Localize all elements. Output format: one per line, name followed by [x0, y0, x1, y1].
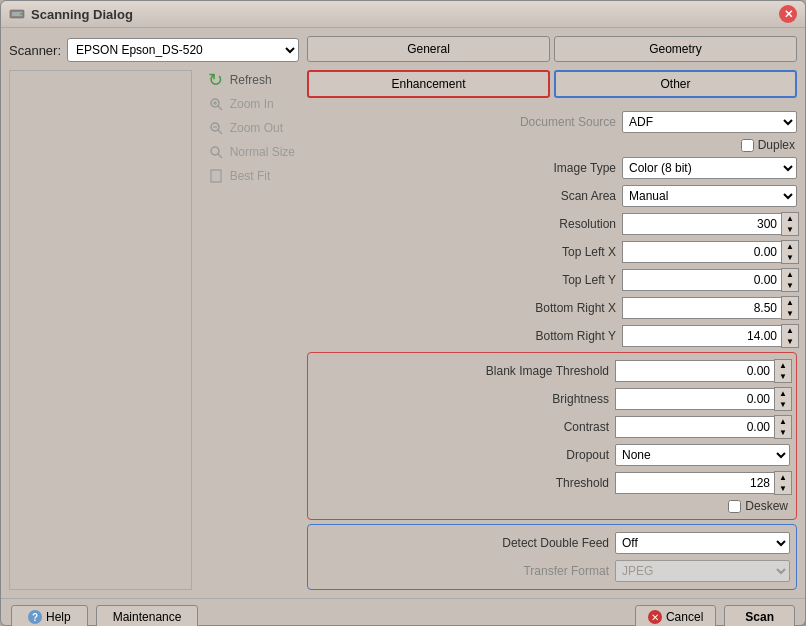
cancel-button[interactable]: ✕ Cancel	[635, 605, 716, 626]
bottom-right-y-up-button[interactable]: ▲	[782, 325, 798, 336]
blank-image-threshold-input[interactable]	[615, 360, 774, 382]
blank-image-threshold-label: Blank Image Threshold	[486, 364, 609, 378]
transfer-format-row: Transfer Format JPEG	[314, 559, 790, 583]
document-source-select[interactable]: ADF	[622, 111, 797, 133]
refresh-button[interactable]: ↻ Refresh	[204, 70, 299, 90]
zoom-in-label: Zoom In	[230, 97, 274, 111]
svg-line-4	[218, 106, 222, 110]
help-icon: ?	[28, 610, 42, 624]
contrast-spinbox: ▲ ▼	[615, 416, 790, 438]
threshold-input[interactable]	[615, 472, 774, 494]
threshold-row: Threshold ▲ ▼	[314, 471, 790, 495]
scan-area-row: Scan Area Manual	[307, 184, 797, 208]
detect-double-feed-label: Detect Double Feed	[489, 536, 609, 550]
top-left-x-down-button[interactable]: ▼	[782, 252, 798, 263]
bottom-right-x-row: Bottom Right X ▲ ▼	[307, 296, 797, 320]
preview-area	[9, 70, 192, 590]
tab-enhancement[interactable]: Enhancement	[307, 70, 550, 98]
tab-geometry[interactable]: Geometry	[554, 36, 797, 62]
bottom-left-buttons: ? Help Maintenance	[11, 605, 198, 626]
scanner-select[interactable]: EPSON Epson_DS-520	[67, 38, 299, 62]
image-type-label: Image Type	[496, 161, 616, 175]
tab-general[interactable]: General	[307, 36, 550, 62]
help-button[interactable]: ? Help	[11, 605, 88, 626]
top-left-x-up-button[interactable]: ▲	[782, 241, 798, 252]
svg-point-2	[20, 13, 22, 15]
top-left-x-input[interactable]	[622, 241, 781, 263]
threshold-up-button[interactable]: ▲	[775, 472, 791, 483]
resolution-input[interactable]	[622, 213, 781, 235]
contrast-input[interactable]	[615, 416, 774, 438]
tab-other[interactable]: Other	[554, 70, 797, 98]
top-left-y-input[interactable]	[622, 269, 781, 291]
titlebar: Scanning Dialog ✕	[1, 1, 805, 28]
refresh-icon: ↻	[208, 72, 224, 88]
top-left-y-spin-buttons: ▲ ▼	[781, 268, 799, 292]
scan-area-label: Scan Area	[496, 189, 616, 203]
svg-point-10	[211, 147, 219, 155]
brightness-spin-buttons: ▲ ▼	[774, 387, 792, 411]
left-panel: Scanner: EPSON Epson_DS-520 ↻ Refresh	[9, 36, 299, 590]
resolution-down-button[interactable]: ▼	[782, 224, 798, 235]
top-left-y-up-button[interactable]: ▲	[782, 269, 798, 280]
top-left-y-down-button[interactable]: ▼	[782, 280, 798, 291]
refresh-label: Refresh	[230, 73, 272, 87]
top-left-x-spinbox: ▲ ▼	[622, 241, 797, 263]
brightness-row: Brightness ▲ ▼	[314, 387, 790, 411]
resolution-up-button[interactable]: ▲	[782, 213, 798, 224]
deskew-row: Deskew	[314, 499, 790, 513]
other-group: Detect Double Feed Off Transfer Format J…	[307, 524, 797, 590]
transfer-format-select[interactable]: JPEG	[615, 560, 790, 582]
bottom-right-x-input[interactable]	[622, 297, 781, 319]
maintenance-label: Maintenance	[113, 610, 182, 624]
duplex-label: Duplex	[758, 138, 795, 152]
zoom-in-button[interactable]: Zoom In	[204, 94, 299, 114]
enhancement-group: Blank Image Threshold ▲ ▼ Brightness	[307, 352, 797, 520]
tabs-top: General Geometry	[307, 36, 797, 62]
image-type-select[interactable]: Color (8 bit)	[622, 157, 797, 179]
brightness-down-button[interactable]: ▼	[775, 399, 791, 410]
bottom-right-y-down-button[interactable]: ▼	[782, 336, 798, 347]
contrast-up-button[interactable]: ▲	[775, 416, 791, 427]
normal-size-button[interactable]: Normal Size	[204, 142, 299, 162]
deskew-checkbox[interactable]	[728, 500, 741, 513]
deskew-label: Deskew	[745, 499, 788, 513]
bottom-bar: ? Help Maintenance ✕ Cancel Scan	[1, 598, 805, 626]
brightness-label: Brightness	[489, 392, 609, 406]
resolution-label: Resolution	[496, 217, 616, 231]
blank-image-threshold-up-button[interactable]: ▲	[775, 360, 791, 371]
top-left-x-row: Top Left X ▲ ▼	[307, 240, 797, 264]
blank-image-threshold-spinbox: ▲ ▼	[615, 360, 790, 382]
scanner-label: Scanner:	[9, 43, 61, 58]
scan-area-select[interactable]: Manual	[622, 185, 797, 207]
contrast-down-button[interactable]: ▼	[775, 427, 791, 438]
svg-line-11	[218, 154, 222, 158]
threshold-down-button[interactable]: ▼	[775, 483, 791, 494]
settings-area: Document Source ADF Duplex Image Type Co…	[307, 110, 797, 590]
right-panel: General Geometry Enhancement Other Docum…	[307, 36, 797, 590]
bottom-right-x-down-button[interactable]: ▼	[782, 308, 798, 319]
duplex-checkbox[interactable]	[741, 139, 754, 152]
bottom-right-y-spinbox: ▲ ▼	[622, 325, 797, 347]
titlebar-left: Scanning Dialog	[9, 6, 133, 22]
close-button[interactable]: ✕	[779, 5, 797, 23]
resolution-spinbox: ▲ ▼	[622, 213, 797, 235]
dropout-row: Dropout None	[314, 443, 790, 467]
toolbar: ↻ Refresh Zoom In Zoom Out	[196, 70, 299, 590]
zoom-out-label: Zoom Out	[230, 121, 283, 135]
image-type-row: Image Type Color (8 bit)	[307, 156, 797, 180]
svg-rect-13	[213, 172, 219, 180]
bottom-right-y-input[interactable]	[622, 325, 781, 347]
blank-image-threshold-down-button[interactable]: ▼	[775, 371, 791, 382]
zoom-out-icon	[208, 120, 224, 136]
brightness-input[interactable]	[615, 388, 774, 410]
zoom-out-button[interactable]: Zoom Out	[204, 118, 299, 138]
dropout-select[interactable]: None	[615, 444, 790, 466]
maintenance-button[interactable]: Maintenance	[96, 605, 199, 626]
best-fit-button[interactable]: Best Fit	[204, 166, 299, 186]
top-left-y-row: Top Left Y ▲ ▼	[307, 268, 797, 292]
brightness-up-button[interactable]: ▲	[775, 388, 791, 399]
scan-button[interactable]: Scan	[724, 605, 795, 626]
detect-double-feed-select[interactable]: Off	[615, 532, 790, 554]
bottom-right-x-up-button[interactable]: ▲	[782, 297, 798, 308]
